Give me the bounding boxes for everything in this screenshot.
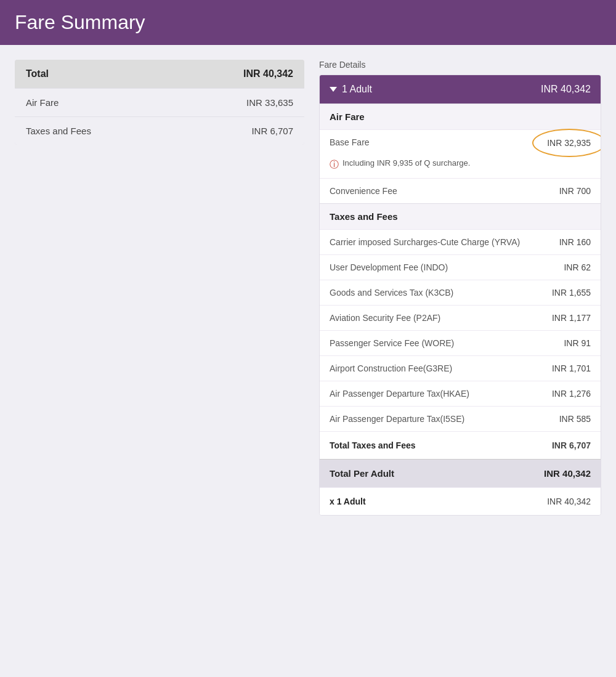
page-header: Fare Summary (0, 0, 616, 45)
x-adult-label: x 1 Adult (330, 497, 366, 506)
tax-item-label: Air Passenger Departure Tax(I5SE) (330, 414, 559, 424)
air-fare-section-header: Air Fare (320, 103, 601, 129)
total-per-adult-row: Total Per Adult INR 40,342 (320, 459, 601, 487)
adult-header-left: 1 Adult (330, 84, 372, 95)
total-per-adult-value: INR 40,342 (544, 468, 591, 479)
base-fare-row: Base Fare INR 32,935 (320, 129, 601, 156)
air-fare-value: INR 33,635 (246, 97, 293, 108)
air-fare-row: Air Fare INR 33,635 (15, 88, 304, 116)
tax-item-row: Air Passenger Departure Tax(I5SE)INR 585 (320, 406, 601, 431)
tax-item-row: Goods and Services Tax (K3CB)INR 1,655 (320, 280, 601, 305)
adult-header[interactable]: 1 Adult INR 40,342 (320, 75, 601, 103)
tax-item-label: Goods and Services Tax (K3CB) (330, 288, 552, 298)
total-per-adult-label: Total Per Adult (330, 468, 394, 479)
info-note-row: ⓘ Including INR 9,935 of Q surcharge. (320, 156, 601, 178)
base-fare-label: Base Fare (330, 137, 547, 147)
main-content: Total INR 40,342 Air Fare INR 33,635 Tax… (0, 45, 616, 530)
total-label: Total (26, 68, 49, 79)
total-value: INR 40,342 (243, 68, 293, 79)
convenience-fee-value: INR 700 (559, 186, 591, 196)
tax-item-value: INR 1,177 (552, 313, 591, 323)
taxes-row: Taxes and Fees INR 6,707 (15, 116, 304, 145)
right-panel: Fare Details 1 Adult INR 40,342 Air Fare… (319, 60, 601, 516)
x-adult-row: x 1 Adult INR 40,342 (320, 487, 601, 515)
tax-item-row: User Development Fee (INDO)INR 62 (320, 254, 601, 280)
tax-item-value: INR 91 (564, 338, 591, 348)
total-taxes-value: INR 6,707 (552, 440, 591, 450)
tax-item-label: Passenger Service Fee (WORE) (330, 338, 564, 348)
fare-details-title: Fare Details (319, 60, 601, 70)
tax-item-value: INR 1,276 (552, 389, 591, 399)
info-icon: ⓘ (330, 159, 339, 171)
taxes-label: Taxes and Fees (26, 126, 91, 136)
chevron-down-icon (330, 87, 337, 92)
tax-item-value: INR 585 (559, 414, 591, 424)
tax-item-row: Airport Construction Fee(G3RE)INR 1,701 (320, 355, 601, 381)
tax-item-label: Aviation Security Fee (P2AF) (330, 313, 552, 323)
summary-box: Total INR 40,342 Air Fare INR 33,635 Tax… (15, 60, 304, 145)
tax-item-value: INR 160 (559, 237, 591, 247)
tax-item-row: Carrier imposed Surcharges-Cute Charge (… (320, 229, 601, 254)
taxes-value: INR 6,707 (251, 126, 293, 136)
fare-details-box: 1 Adult INR 40,342 Air Fare Base Fare IN… (319, 75, 601, 516)
tax-item-row: Passenger Service Fee (WORE)INR 91 (320, 330, 601, 355)
total-taxes-row: Total Taxes and Fees INR 6,707 (320, 431, 601, 459)
tax-item-label: Carrier imposed Surcharges-Cute Charge (… (330, 237, 559, 247)
tax-item-value: INR 62 (564, 262, 591, 272)
tax-item-value: INR 1,701 (552, 363, 591, 373)
info-text: Including INR 9,935 of Q surcharge. (342, 158, 470, 168)
taxes-section-header: Taxes and Fees (320, 203, 601, 229)
adult-header-value: INR 40,342 (541, 84, 591, 95)
page-title: Fare Summary (15, 11, 601, 34)
tax-item-row: Aviation Security Fee (P2AF)INR 1,177 (320, 305, 601, 330)
base-fare-value: INR 32,935 (547, 138, 591, 148)
total-row: Total INR 40,342 (15, 60, 304, 88)
adult-header-label: 1 Adult (342, 84, 372, 95)
tax-item-row: Air Passenger Departure Tax(HKAE)INR 1,2… (320, 381, 601, 406)
tax-item-label: Air Passenger Departure Tax(HKAE) (330, 389, 552, 399)
tax-item-label: User Development Fee (INDO) (330, 262, 564, 272)
tax-item-value: INR 1,655 (552, 288, 591, 298)
tax-item-label: Airport Construction Fee(G3RE) (330, 363, 552, 373)
convenience-fee-row: Convenience Fee INR 700 (320, 178, 601, 203)
air-fare-label: Air Fare (26, 97, 59, 108)
taxes-items-container: Carrier imposed Surcharges-Cute Charge (… (320, 229, 601, 431)
left-panel: Total INR 40,342 Air Fare INR 33,635 Tax… (15, 60, 304, 516)
x-adult-value: INR 40,342 (547, 497, 591, 506)
base-fare-value-wrapper: INR 32,935 (547, 137, 591, 148)
convenience-fee-label: Convenience Fee (330, 186, 559, 196)
total-taxes-label: Total Taxes and Fees (330, 440, 416, 450)
